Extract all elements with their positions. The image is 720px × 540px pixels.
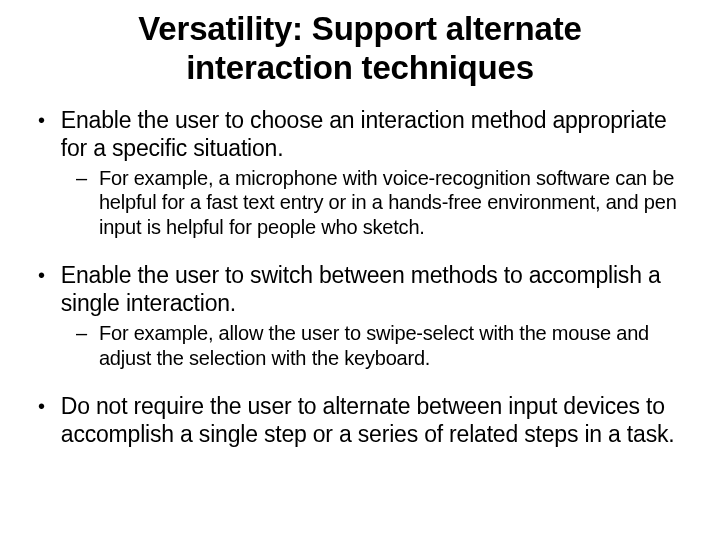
list-item: • Enable the user to switch between meth… xyxy=(30,261,690,317)
bullet-list-level2: – For example, a microphone with voice-r… xyxy=(30,166,690,239)
dash-marker: – xyxy=(76,321,99,370)
list-item: • Do not require the user to alternate b… xyxy=(30,392,690,448)
bullet-marker: • xyxy=(30,392,61,448)
dash-marker: – xyxy=(76,166,99,239)
list-item: • Enable the user to choose an interacti… xyxy=(30,106,690,162)
bullet-list-level2: – For example, allow the user to swipe-s… xyxy=(30,321,690,370)
sub-bullet-text: For example, a microphone with voice-rec… xyxy=(99,166,690,239)
list-item: – For example, allow the user to swipe-s… xyxy=(76,321,690,370)
bullet-text: Do not require the user to alternate bet… xyxy=(61,392,690,448)
bullet-list-level1: • Enable the user to choose an interacti… xyxy=(30,106,690,448)
bullet-text: Enable the user to switch between method… xyxy=(61,261,690,317)
bullet-marker: • xyxy=(30,106,61,162)
sub-bullet-text: For example, allow the user to swipe-sel… xyxy=(99,321,690,370)
bullet-marker: • xyxy=(30,261,61,317)
list-item: – For example, a microphone with voice-r… xyxy=(76,166,690,239)
bullet-text: Enable the user to choose an interaction… xyxy=(61,106,690,162)
slide-title: Versatility: Support alternate interacti… xyxy=(30,10,690,88)
